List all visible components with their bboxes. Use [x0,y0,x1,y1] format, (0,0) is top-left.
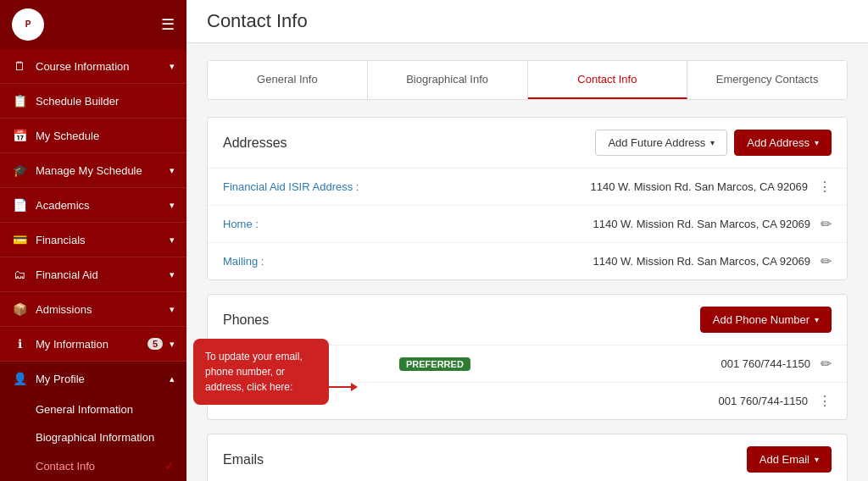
sidebar-item-my-information[interactable]: ℹ My Information 5 ▾ [0,327,186,362]
my-profile-section: 👤 My Profile ▴ General Information Biogr… [0,362,186,481]
add-address-button[interactable]: Add Address ▾ [734,130,832,156]
chevron-icon: ▾ [170,269,175,280]
edit-icon[interactable]: ✏ [821,216,832,232]
page-title: Contact Info [207,10,848,32]
my-profile-icon: 👤 [12,371,27,386]
chevron-up-icon: ▴ [170,373,175,384]
chevron-icon: ▾ [170,165,175,176]
phones-header: Phones Add Phone Number ▾ [208,295,847,346]
sidebar-header: P ☰ [0,0,186,49]
addresses-header: Addresses Add Future Address ▾ Add Addre… [208,118,847,169]
tab-general-info[interactable]: General Info [208,61,368,99]
active-check-icon: ✓ [164,459,175,473]
my-profile-header[interactable]: 👤 My Profile ▴ [0,362,186,395]
addresses-section: Addresses Add Future Address ▾ Add Addre… [207,117,848,280]
edit-icon[interactable]: ✏ [821,356,832,372]
financials-icon: 💳 [12,232,27,247]
chevron-icon: ▾ [170,200,175,211]
emails-title: Emails [223,452,264,467]
course-info-icon: 🗒 [12,58,27,74]
chevron-down-icon: ▾ [815,455,819,464]
hamburger-menu[interactable]: ☰ [161,15,175,34]
more-options-icon[interactable]: ⋮ [818,393,832,409]
manage-schedule-icon: 🎓 [12,163,27,178]
edit-icon[interactable]: ✏ [821,253,832,269]
tab-bar: General Info Biographical Info Contact I… [207,60,848,100]
financial-aid-icon: 🗂 [12,267,27,282]
chevron-down-icon: ▾ [710,138,715,147]
tooltip-arrow [319,386,353,388]
add-phone-number-button[interactable]: Add Phone Number ▾ [700,307,832,333]
table-row: Mailing : 1140 W. Mission Rd. San Marcos… [208,243,847,279]
page-header: Contact Info [186,0,868,43]
chevron-down-icon: ▾ [815,315,819,324]
table-row: Financial Aid ISIR Address : 1140 W. Mis… [208,169,847,206]
main-scroll-area: General Info Biographical Info Contact I… [186,43,868,481]
sidebar: P ☰ 🗒 Course Information ▾ 📋 Schedule Bu… [0,0,186,481]
admissions-icon: 📦 [12,301,27,317]
sidebar-item-schedule-builder[interactable]: 📋 Schedule Builder [0,84,186,119]
sidebar-item-financial-aid[interactable]: 🗂 Financial Aid ▾ [0,257,186,292]
sidebar-item-academics[interactable]: 📄 Academics ▾ [0,188,186,223]
schedule-builder-icon: 📋 [12,93,27,108]
tab-emergency-contacts[interactable]: Emergency Contacts [687,61,847,99]
chevron-icon: ▾ [170,304,175,315]
tab-biographical-info[interactable]: Biographical Info [368,61,528,99]
chevron-icon: ▾ [170,235,175,246]
logo-text: P [25,19,31,30]
more-options-icon[interactable]: ⋮ [818,179,832,195]
addresses-title: Addresses [223,135,287,151]
academics-icon: 📄 [12,197,27,213]
sidebar-logo: P [12,8,44,41]
tab-contact-info[interactable]: Contact Info [528,61,688,99]
preferred-badge: PREFERRED [399,357,470,371]
sidebar-item-financials[interactable]: 💳 Financials ▾ [0,223,186,257]
chevron-icon: ▾ [170,339,175,350]
add-future-address-button[interactable]: Add Future Address ▾ [595,130,727,156]
sidebar-item-biographical-information[interactable]: Biographical Information [0,423,186,451]
main-content-area: Contact Info General Info Biographical I… [186,0,868,481]
sidebar-item-course-info[interactable]: 🗒 Course Information ▾ [0,49,186,84]
chevron-down-icon: ▾ [815,138,819,147]
emails-section: Emails Add Email ▾ AD01: PALOMARSTUDENT@… [207,434,848,481]
tooltip-box: To update your email, phone number, or a… [193,339,329,405]
my-schedule-icon: 📅 [12,128,27,143]
sidebar-item-general-information[interactable]: General Information [0,395,186,423]
my-information-icon: ℹ [12,336,27,351]
phones-title: Phones [223,312,269,328]
chevron-icon: ▾ [170,61,175,72]
sidebar-item-my-schedule[interactable]: 📅 My Schedule [0,119,186,153]
sidebar-item-contact-info[interactable]: Contact Info ✓ [0,451,186,480]
sidebar-item-manage-schedule[interactable]: 🎓 Manage My Schedule ▾ [0,153,186,188]
table-row: Home : 1140 W. Mission Rd. San Marcos, C… [208,206,847,243]
sidebar-item-admissions[interactable]: 📦 Admissions ▾ [0,292,186,327]
add-email-button[interactable]: Add Email ▾ [747,446,832,473]
logo-circle: P [12,8,44,41]
my-information-badge: 5 [147,338,163,350]
emails-header: Emails Add Email ▾ [208,434,847,481]
